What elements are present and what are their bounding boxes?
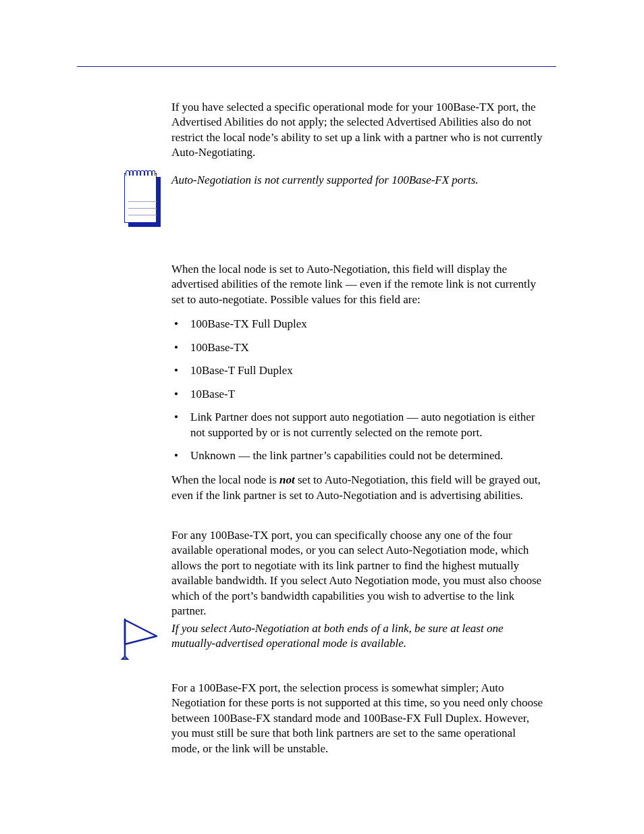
page: If you have selected a specific operatio… [0,0,644,834]
remote-values-list: 100Base-TX Full Duplex 100Base-TX 10Base… [171,317,547,463]
intro-paragraph: If you have selected a specific operatio… [171,100,547,161]
list-item: Link Partner does not support auto negot… [171,410,547,440]
tx-port-section: For any 100Base-TX port, you can specifi… [171,528,547,629]
not-auto-paragraph: When the local node is not set to Auto-N… [171,473,547,503]
note-text: Auto-Negotiation is not currently suppor… [171,170,547,188]
header-rule [77,66,556,67]
caution-block: If you select Auto-Negotiation at both e… [120,617,547,652]
list-item: Unknown — the link partner’s capabilitie… [171,448,547,463]
list-item: 100Base-TX Full Duplex [171,317,547,332]
list-item: 100Base-TX [171,340,547,355]
remote-intro-paragraph: When the local node is set to Auto-Negot… [171,262,547,307]
remote-capabilities-section: When the local node is set to Auto-Negot… [171,262,547,513]
flag-icon [120,617,161,660]
fx-port-section: For a 100Base-FX port, the selection pro… [171,681,547,766]
list-item: 10Base-T Full Duplex [171,363,547,378]
not-auto-pre: When the local node is [171,473,279,486]
not-word: not [279,473,295,486]
tx-paragraph: For any 100Base-TX port, you can specifi… [171,528,547,619]
note-block: Auto-Negotiation is not currently suppor… [124,170,547,188]
notepad-icon [124,170,161,226]
fx-paragraph: For a 100Base-FX port, the selection pro… [171,681,547,756]
list-item: 10Base-T [171,387,547,402]
intro-section: If you have selected a specific operatio… [171,100,547,170]
caution-text: If you select Auto-Negotiation at both e… [171,617,509,652]
